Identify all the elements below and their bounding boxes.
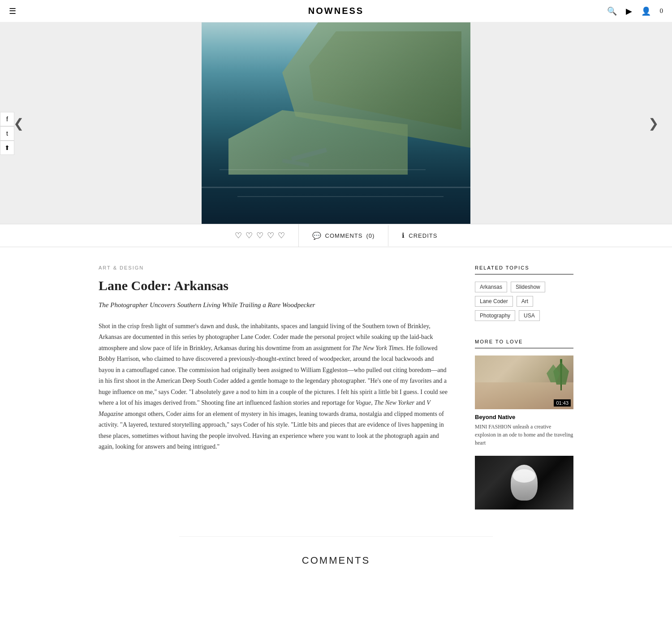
content-area: ART & DESIGN Lane Coder: Arkansas The Ph… (90, 247, 582, 536)
article-body: Shot in the crisp fresh light of summer'… (99, 321, 448, 453)
comment-icon: 💬 (312, 231, 322, 240)
tag-lane-coder[interactable]: Lane Coder (475, 296, 513, 307)
play-icon[interactable]: ▶ (626, 6, 632, 16)
user-icon[interactable]: 👤 (641, 6, 651, 16)
more-love-thumbnail-1: 01:43 (475, 355, 573, 409)
more-love-desc-1: MINI FASHION unleash a creative explosio… (475, 423, 573, 447)
more-love-item[interactable]: 01:43 Beyond Native MINI FASHION unleash… (475, 355, 573, 447)
main-wrapper: ❮ ❯ ♡ ♡ ♡ ♡ ♡ 💬 (0, 0, 672, 598)
slideshow-image (202, 22, 470, 224)
site-header: ☰ NOWNESS 🔍 ▶ 👤 0 (0, 0, 672, 22)
like-icon-3[interactable]: ♡ (256, 231, 263, 240)
search-icon[interactable]: 🔍 (607, 6, 617, 16)
social-sidebar: f t ⬆ (0, 112, 14, 155)
comments-heading: COMMENTS (188, 555, 484, 566)
comments-section: COMMENTS (179, 536, 493, 598)
twitter-share-button[interactable]: t (0, 126, 14, 141)
like-icon-2[interactable]: ♡ (246, 231, 253, 240)
more-love-title-1: Beyond Native (475, 414, 573, 420)
next-slide-button[interactable]: ❯ (644, 111, 663, 135)
article-section: ART & DESIGN Lane Coder: Arkansas The Ph… (99, 265, 448, 518)
info-icon: ℹ (402, 231, 405, 240)
article-subtitle: The Photographer Uncovers Southern Livin… (99, 300, 448, 310)
duration-badge-1: 01:43 (554, 399, 571, 407)
tag-photography[interactable]: Photography (475, 310, 515, 321)
site-logo[interactable]: NOWNESS (308, 6, 364, 16)
tag-arkansas[interactable]: Arkansas (475, 282, 507, 292)
tags-container: Arkansas Slideshow Lane Coder Art Photog… (475, 282, 573, 321)
related-topics-heading: RELATED TOPICS (475, 265, 573, 274)
credits-button[interactable]: ℹ CREDITS (388, 225, 451, 246)
like-icon-4[interactable]: ♡ (267, 231, 274, 240)
header-right: 🔍 ▶ 👤 0 (607, 6, 663, 16)
likes-section: ♡ ♡ ♡ ♡ ♡ (221, 224, 299, 247)
hamburger-icon[interactable]: ☰ (9, 6, 16, 16)
action-bar: ♡ ♡ ♡ ♡ ♡ 💬 COMMENTS (0) ℹ CREDITS (0, 224, 672, 247)
share-button[interactable]: ⬆ (0, 141, 14, 155)
like-icon-5[interactable]: ♡ (278, 231, 285, 240)
more-love-item-2[interactable] (475, 456, 573, 510)
comments-count: (0) (366, 232, 375, 239)
slideshow-area: ❮ ❯ (0, 22, 672, 224)
user-count: 0 (660, 7, 663, 15)
tag-usa[interactable]: USA (519, 310, 540, 321)
tag-art[interactable]: Art (517, 296, 533, 307)
like-icon-1[interactable]: ♡ (235, 231, 242, 240)
more-love-heading: MORE TO LOVE (475, 339, 573, 348)
article-title: Lane Coder: Arkansas (99, 278, 448, 294)
category-label: ART & DESIGN (99, 265, 448, 270)
facebook-share-button[interactable]: f (0, 112, 14, 126)
header-left: ☰ (9, 6, 16, 16)
sidebar-section: RELATED TOPICS Arkansas Slideshow Lane C… (475, 265, 573, 518)
comments-button[interactable]: 💬 COMMENTS (0) (299, 225, 389, 246)
tag-slideshow[interactable]: Slideshow (511, 282, 545, 292)
more-love-thumbnail-2 (475, 456, 573, 510)
comments-label: COMMENTS (325, 232, 363, 239)
credits-label: CREDITS (409, 232, 437, 239)
